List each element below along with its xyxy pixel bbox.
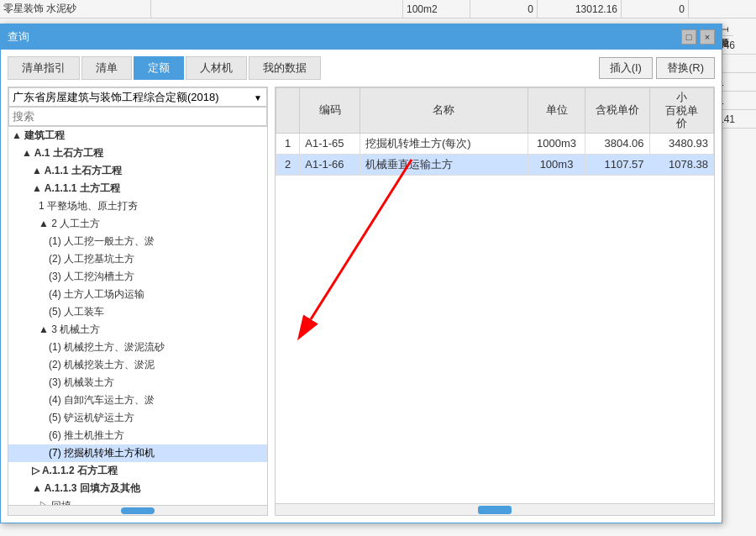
- small-price-label: 小百税单价: [665, 91, 698, 129]
- tab-rencaiji[interactable]: 人材机: [186, 56, 247, 80]
- dialog-titlebar: 查询 □ ×: [1, 24, 722, 50]
- table-scrollbar[interactable]: [276, 503, 714, 515]
- tree-item-jianzhu[interactable]: ▲ 建筑工程: [8, 127, 267, 145]
- left-panel: 广东省房屋建筑与装饰工程综合定额(2018) ▼ ▲ 建筑工程 ▲ A.1 土石…: [8, 87, 268, 516]
- tree-item-a113[interactable]: ▲ A.1.1.3 回填方及其他: [8, 480, 267, 497]
- result-table: 编码 名称 单位 含税单价 小百税单价 1: [276, 87, 714, 176]
- tree-item-2[interactable]: ▲ 2 人工土方: [8, 215, 267, 233]
- search-input[interactable]: [8, 108, 267, 126]
- col-header-price: 含税单价: [585, 88, 649, 134]
- tab-qingdan[interactable]: 清单: [81, 56, 132, 80]
- row2-price: 1107.57: [585, 154, 649, 175]
- table-scroll-area[interactable]: 编码 名称 单位 含税单价 小百税单价 1: [276, 87, 714, 503]
- tree-item-2-1[interactable]: (1) 人工挖一般土方、淤: [8, 233, 267, 250]
- col-header-name: 名称: [360, 88, 528, 134]
- dialog-title-buttons: □ ×: [681, 29, 715, 45]
- dropdown-container: 广东省房屋建筑与装饰工程综合定额(2018) ▼: [8, 87, 267, 108]
- tree-item-2-2[interactable]: (2) 人工挖基坑土方: [8, 250, 267, 268]
- table-row[interactable]: 2 A1-1-66 机械垂直运输土方 100m3 1107.57 1078.38: [276, 154, 714, 175]
- row1-small-price: 3480.93: [649, 133, 713, 154]
- tab-mydata[interactable]: 我的数据: [249, 56, 321, 80]
- col-header-code: 编码: [300, 88, 360, 134]
- table-header-row: 编码 名称 单位 含税单价 小百税单价: [276, 88, 714, 134]
- row1-price: 3804.06: [585, 133, 649, 154]
- tree-item-3-7[interactable]: (7) 挖掘机转堆土方和机: [8, 444, 267, 462]
- tree-item-a112[interactable]: ▷ A.1.1.2 石方工程: [8, 462, 267, 480]
- tree-item-a111[interactable]: ▲ A.1.1.1 土方工程: [8, 180, 267, 197]
- col-header-num: [276, 88, 300, 134]
- row1-code: A1-1-65: [300, 133, 360, 154]
- table-row[interactable]: 1 A1-1-65 挖掘机转堆土方(每次) 1000m3 3804.06 348…: [276, 133, 714, 154]
- row1-num: 1: [276, 133, 300, 154]
- tree-item-huitian[interactable]: ▷ 回填: [8, 497, 267, 505]
- tab-dinге[interactable]: 定额: [134, 56, 184, 80]
- replace-button[interactable]: 替换(R): [656, 57, 715, 79]
- tree-container[interactable]: ▲ 建筑工程 ▲ A.1 土石方工程 ▲ A.1.1 土石方工程 ▲ A.1.1…: [8, 126, 267, 505]
- row2-name: 机械垂直运输土方: [360, 154, 528, 175]
- row2-unit: 100m3: [528, 154, 585, 175]
- scroll-thumb: [121, 507, 155, 514]
- tree-item-3-5[interactable]: (5) 铲运机铲运土方: [8, 409, 267, 427]
- tree-item-2-3[interactable]: (3) 人工挖沟槽土方: [8, 268, 267, 286]
- tree-item-a11[interactable]: ▲ A.1.1 土石方工程: [8, 162, 267, 180]
- tree-item-2-5[interactable]: (5) 人工装车: [8, 303, 267, 321]
- tree-item-3-6[interactable]: (6) 推土机推土方: [8, 427, 267, 444]
- bg-cell-6: 0: [622, 0, 689, 18]
- insert-button[interactable]: 插入(I): [599, 57, 653, 79]
- tree-item-3-1[interactable]: (1) 机械挖土方、淤泥流砂: [8, 339, 267, 356]
- bg-cell-5: 13012.16: [538, 0, 622, 18]
- tree-item-3[interactable]: ▲ 3 机械土方: [8, 321, 267, 339]
- tree-item-2-4[interactable]: (4) 土方人工场内运输: [8, 286, 267, 303]
- row2-code: A1-1-66: [300, 154, 360, 175]
- table-scroll-thumb: [478, 506, 512, 514]
- tab-actions: 插入(I) 替换(R): [599, 57, 715, 79]
- right-panel: 编码 名称 单位 含税单价 小百税单价 1: [275, 87, 715, 516]
- query-dialog: 查询 □ × 清单指引 清单 定额 人材机 我的数据 插入(I) 替换(R): [0, 24, 722, 523]
- bg-cell-3: 100m2: [403, 0, 470, 18]
- main-area: 广东省房屋建筑与装饰工程综合定额(2018) ▼ ▲ 建筑工程 ▲ A.1 土石…: [8, 87, 715, 516]
- quota-dropdown[interactable]: 广东省房屋建筑与装饰工程综合定额(2018): [8, 87, 267, 107]
- dialog-title: 查询: [8, 29, 29, 45]
- col-header-unit: 单位: [528, 88, 585, 134]
- row2-num: 2: [276, 154, 300, 175]
- tree-item-3-2[interactable]: (2) 机械挖装土方、淤泥: [8, 356, 267, 374]
- row1-unit: 1000m3: [528, 133, 585, 154]
- minimize-button[interactable]: □: [681, 29, 696, 45]
- bg-row-1: 零星装饰 水泥砂 100m2 0 13012.16 0: [0, 0, 756, 18]
- close-button[interactable]: ×: [700, 29, 715, 45]
- bg-cell-1: 零星装饰 水泥砂: [0, 0, 151, 18]
- tree-item-1[interactable]: 1 平整场地、原土打夯: [8, 197, 267, 215]
- row1-name: 挖掘机转堆土方(每次): [360, 133, 528, 154]
- row2-small-price: 1078.38: [649, 154, 713, 175]
- bg-cell-4: 0: [470, 0, 538, 18]
- tree-item-3-3[interactable]: (3) 机械装土方: [8, 374, 267, 391]
- col-header-small-price: 小百税单价: [649, 88, 713, 134]
- tab-qingdan-zhiyin[interactable]: 清单指引: [8, 56, 80, 80]
- tree-item-3-4[interactable]: (4) 自卸汽车运土方、淤: [8, 391, 267, 409]
- tree-item-a1[interactable]: ▲ A.1 土石方工程: [8, 145, 267, 162]
- tabs-row: 清单指引 清单 定额 人材机 我的数据 插入(I) 替换(R): [8, 56, 715, 80]
- tree-scrollbar[interactable]: [8, 505, 267, 515]
- bg-cell-2: [151, 0, 403, 18]
- dialog-content: 清单指引 清单 定额 人材机 我的数据 插入(I) 替换(R) 广东省房屋建筑与…: [1, 50, 722, 523]
